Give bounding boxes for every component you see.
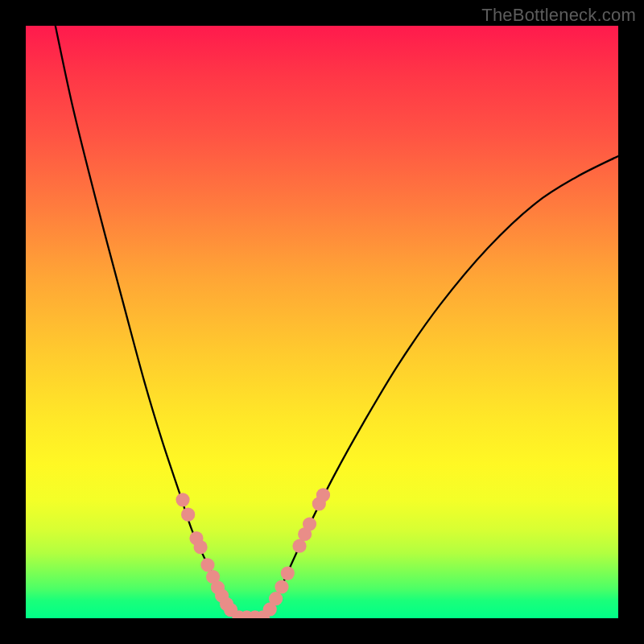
data-dot bbox=[292, 539, 306, 553]
data-dot bbox=[303, 517, 316, 530]
data-dot bbox=[194, 540, 208, 554]
data-dot bbox=[269, 592, 283, 605]
data-dot bbox=[281, 566, 295, 580]
plot-area bbox=[26, 26, 618, 618]
data-dot bbox=[275, 580, 288, 593]
watermark-text: TheBottleneck.com bbox=[481, 5, 636, 26]
chart-container: TheBottleneck.com bbox=[0, 0, 644, 644]
data-dot bbox=[175, 493, 189, 506]
data-dot bbox=[316, 488, 330, 502]
data-dot bbox=[200, 558, 214, 572]
curve-segment bbox=[56, 26, 239, 618]
chart-svg bbox=[26, 26, 618, 618]
curve-segment bbox=[262, 156, 618, 618]
data-dot bbox=[181, 508, 195, 522]
